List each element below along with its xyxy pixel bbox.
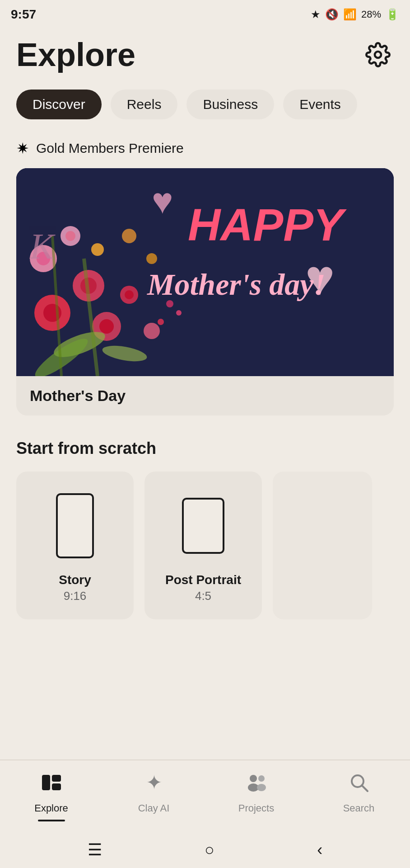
- svg-point-13: [125, 290, 134, 299]
- svg-point-20: [122, 229, 136, 243]
- clay-ai-icon: ✦: [143, 771, 165, 799]
- android-nav-bar: ☰ ○ ‹: [0, 832, 410, 868]
- scratch-card-post-portrait[interactable]: Post Portrait 4:5: [144, 472, 262, 619]
- svg-line-42: [362, 785, 368, 791]
- filter-tabs: Discover Reels Business Events: [16, 90, 394, 119]
- scratch-section-title: Start from scratch: [16, 439, 394, 458]
- floral-svg: ♥ ♥ HAPPY Mother's day! K: [16, 168, 394, 376]
- story-card-name: Story: [59, 573, 91, 587]
- tab-business[interactable]: Business: [186, 90, 274, 119]
- gold-members-section: ✷ Gold Members Premiere: [16, 139, 394, 157]
- nav-clay-ai-label: Clay AI: [138, 802, 170, 814]
- svg-text:HAPPY: HAPPY: [188, 199, 347, 250]
- gear-icon: [365, 42, 391, 67]
- android-home-button[interactable]: ○: [205, 840, 214, 859]
- svg-point-39: [258, 775, 265, 782]
- mothers-day-illustration: ♥ ♥ HAPPY Mother's day! K: [16, 168, 394, 376]
- nav-clay-ai[interactable]: ✦ Clay AI: [102, 768, 205, 814]
- featured-image: ♥ ♥ HAPPY Mother's day! K: [16, 168, 394, 376]
- android-recents-button[interactable]: ☰: [88, 840, 102, 859]
- tab-events[interactable]: Events: [283, 90, 357, 119]
- svg-rect-33: [42, 775, 50, 790]
- gold-section-label: Gold Members Premiere: [36, 141, 184, 156]
- svg-point-9: [99, 319, 114, 334]
- battery-indicator: 28%: [361, 9, 381, 20]
- svg-rect-34: [52, 775, 61, 782]
- status-bar: 9:57 ★ 🔇 📶 28% 🔋: [0, 0, 410, 27]
- scratch-section: Start from scratch Story 9:16: [16, 439, 394, 619]
- featured-card[interactable]: ♥ ♥ HAPPY Mother's day! K Mother's Day: [16, 168, 394, 415]
- svg-point-40: [257, 784, 266, 791]
- tab-reels[interactable]: Reels: [111, 90, 178, 119]
- scratch-card-more[interactable]: [273, 472, 372, 619]
- svg-text:Mother's day!: Mother's day!: [147, 267, 326, 302]
- projects-icon: [245, 771, 268, 799]
- post-portrait-card-ratio: 4:5: [195, 589, 211, 603]
- svg-text:✦: ✦: [145, 771, 162, 793]
- nav-search[interactable]: Search: [308, 768, 410, 814]
- svg-point-14: [144, 323, 160, 339]
- svg-rect-31: [57, 494, 93, 557]
- nav-search-label: Search: [343, 802, 375, 814]
- svg-rect-35: [52, 783, 61, 790]
- battery-icon: 🔋: [386, 8, 399, 21]
- status-time: 9:57: [11, 7, 36, 22]
- post-portrait-frame-icon: [176, 490, 230, 562]
- svg-text:♥: ♥: [152, 181, 173, 221]
- status-icons: ★ 🔇 📶 28% 🔋: [311, 8, 399, 21]
- bottom-nav: Explore ✦ Clay AI Projects: [0, 760, 410, 832]
- wifi-icon: 📶: [343, 8, 357, 21]
- mute-icon: 🔇: [325, 8, 339, 21]
- nav-explore-label: Explore: [34, 802, 68, 814]
- featured-card-label: Mother's Day: [16, 376, 394, 415]
- search-nav-icon: [348, 771, 370, 794]
- settings-button[interactable]: [362, 39, 394, 71]
- svg-rect-32: [183, 499, 224, 553]
- header: Explore: [16, 36, 394, 73]
- nav-explore[interactable]: Explore: [0, 768, 102, 814]
- explore-icon: [40, 771, 63, 799]
- search-icon: [348, 771, 370, 799]
- story-card-ratio: 9:16: [64, 589, 87, 603]
- projects-nav-icon: [245, 771, 268, 794]
- nav-projects-label: Projects: [238, 802, 274, 814]
- story-icon: [50, 490, 100, 562]
- story-frame-icon: [50, 490, 100, 562]
- clay-ai-nav-icon: ✦: [143, 771, 165, 794]
- bluetooth-icon: ★: [311, 8, 321, 21]
- android-back-button[interactable]: ‹: [317, 840, 322, 859]
- svg-point-19: [146, 253, 157, 264]
- explore-nav-icon: [40, 771, 63, 794]
- scratch-cards-list: Story 9:16 Post Portrait 4:5: [16, 472, 394, 619]
- tab-discover[interactable]: Discover: [16, 90, 102, 119]
- gold-star-icon: ✷: [16, 139, 29, 157]
- page-title: Explore: [16, 36, 135, 73]
- svg-point-18: [91, 243, 104, 256]
- svg-point-22: [176, 310, 182, 316]
- nav-projects[interactable]: Projects: [205, 768, 308, 814]
- main-content: Explore Discover Reels Business Events ✷…: [0, 27, 410, 760]
- scratch-card-story[interactable]: Story 9:16: [16, 472, 134, 619]
- svg-point-11: [65, 231, 75, 241]
- post-portrait-card-name: Post Portrait: [165, 573, 241, 587]
- post-portrait-icon: [176, 490, 230, 562]
- svg-point-23: [158, 319, 164, 325]
- svg-point-37: [250, 775, 257, 782]
- svg-point-0: [375, 52, 381, 58]
- svg-text:K: K: [29, 226, 56, 266]
